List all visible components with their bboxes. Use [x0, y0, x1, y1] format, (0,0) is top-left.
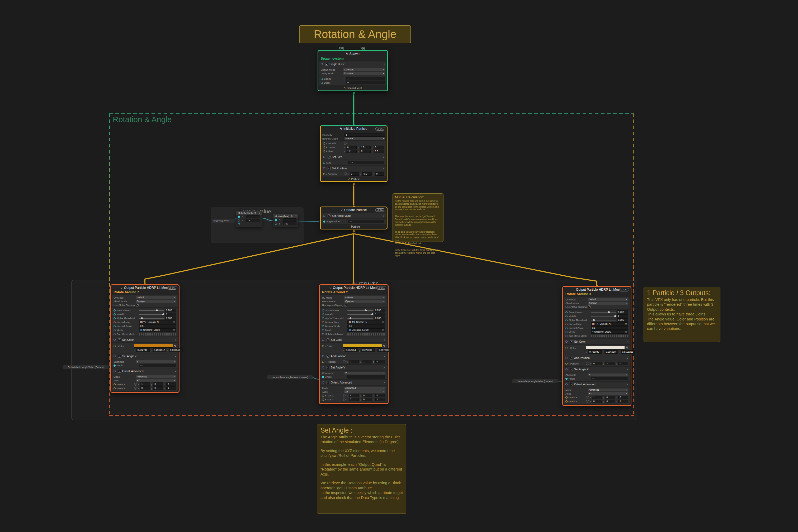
output-node-rotate-y[interactable]: ∵ Output Particle HDRP Lit Mesh LOCAL Ro…: [319, 284, 388, 404]
object-picker-icon[interactable]: ◎: [625, 330, 627, 334]
angle-port[interactable]: [322, 376, 324, 378]
channels-dropdown[interactable]: Z▾: [136, 360, 176, 363]
foldout-icon[interactable]: ▸: [326, 173, 327, 175]
set-angle-checkbox[interactable]: ✓: [118, 355, 121, 358]
alpha-clip-checkbox[interactable]: ✓: [136, 304, 139, 306]
color-port[interactable]: [113, 345, 115, 347]
eyedropper-icon[interactable]: ✎: [383, 344, 385, 348]
axes-dropdown[interactable]: XY▾: [587, 392, 628, 395]
axis-y-z[interactable]: 1: [375, 398, 386, 401]
multiply-a-port[interactable]: [238, 216, 240, 218]
mesh-port[interactable]: [322, 329, 324, 331]
foldout-icon[interactable]: ▸: [325, 361, 326, 363]
chevron-down-icon[interactable]: ∨: [295, 215, 297, 217]
size-port[interactable]: [323, 150, 325, 152]
vfx-graph-canvas[interactable]: OUTPUTS Rotation & Angle Angle Value:: [0, 0, 798, 532]
color-swatch[interactable]: [586, 346, 625, 349]
position-z-input[interactable]: 0: [375, 360, 386, 363]
output-node-rotate-z[interactable]: ∵ Output Particle HDRP Lit Mesh LOCAL Ro…: [110, 284, 180, 393]
uv-mode-dropdown[interactable]: Default▾: [587, 298, 628, 301]
size-y-input[interactable]: 3: [360, 150, 370, 153]
count-input[interactable]: 1: [346, 77, 385, 80]
sub-mesh-mask-port[interactable]: [322, 333, 324, 335]
alpha-clip-checkbox[interactable]: ✓: [587, 305, 591, 308]
color-y-input[interactable]: 0.274096: [361, 348, 375, 352]
color-port[interactable]: [565, 347, 567, 349]
chevron-down-icon[interactable]: ∨: [627, 341, 628, 343]
block-enable-port[interactable]: [322, 366, 324, 368]
object-picker-icon[interactable]: ◎: [173, 329, 175, 331]
smoothness-port[interactable]: [113, 309, 115, 311]
set-color-block-header[interactable]: ✓ Set Color ∨: [564, 339, 630, 344]
axis-x-port[interactable]: [322, 395, 324, 397]
axis-y-y[interactable]: 0: [362, 398, 372, 401]
gear-icon[interactable]: ⚙: [254, 212, 256, 214]
block-enable-port[interactable]: [113, 355, 115, 357]
color-y-input[interactable]: 0.686058: [604, 350, 618, 354]
chevron-down-icon[interactable]: ∨: [627, 383, 628, 386]
eyedropper-icon[interactable]: ✎: [174, 344, 176, 348]
smoothness-input[interactable]: 0.705: [374, 309, 385, 312]
spawn-mode-dropdown[interactable]: Constant▾: [343, 68, 385, 71]
axis-y-port[interactable]: [113, 387, 115, 389]
foldout-icon[interactable]: ▸: [325, 345, 326, 347]
axis-x-z[interactable]: 0: [375, 394, 386, 397]
foldout-icon[interactable]: ▸: [326, 150, 327, 152]
normal-scale-port[interactable]: [113, 325, 115, 327]
blend-mode-dropdown[interactable]: Opaque▾: [344, 300, 385, 303]
orient-block-header[interactable]: ✓ Orient: Advanced ∨: [564, 382, 630, 387]
orient-checkbox[interactable]: ✓: [570, 383, 573, 386]
orient-block-header[interactable]: ✓ Orient: Advanced ∨: [112, 368, 178, 374]
axis-x-z[interactable]: 0: [166, 382, 176, 386]
color-x-input[interactable]: 0.735849: [588, 350, 602, 354]
sub-mesh-mask-field[interactable]: [139, 333, 176, 336]
set-angle-checkbox[interactable]: ✓: [327, 366, 329, 369]
axis-x-y[interactable]: 0: [153, 382, 163, 386]
foldout-open-icon[interactable]: ▾: [326, 142, 327, 145]
eyedropper-icon[interactable]: ✎: [626, 346, 628, 349]
axis-y-x[interactable]: 0: [592, 400, 602, 403]
block-enable-port[interactable]: [565, 383, 567, 385]
chevron-down-icon[interactable]: ∨: [175, 339, 176, 341]
alpha-threshold-slider[interactable]: [347, 318, 373, 319]
foldout-icon[interactable]: ▸: [117, 387, 118, 389]
axis-y-y[interactable]: 0: [153, 386, 163, 390]
chevron-down-icon[interactable]: ∨: [383, 167, 384, 170]
color-swatch[interactable]: [343, 344, 382, 348]
position-x-input[interactable]: 0: [592, 362, 602, 365]
set-size-checkbox[interactable]: ✓: [328, 156, 330, 158]
metallic-slider[interactable]: [347, 314, 373, 315]
axis-y-x[interactable]: 0: [349, 398, 359, 401]
foldout-icon[interactable]: ▸: [325, 399, 326, 401]
smoothness-slider[interactable]: [591, 312, 616, 312]
alpha-threshold-port[interactable]: [565, 319, 567, 321]
axis-x-x[interactable]: 1: [140, 382, 150, 386]
axis-x-z[interactable]: 0: [618, 396, 628, 399]
orient-checkbox[interactable]: ✓: [327, 381, 329, 384]
position-z-input[interactable]: 0: [618, 362, 628, 365]
local-space-icon[interactable]: L: [586, 400, 589, 403]
note-one-particle[interactable]: 1 Particle / 3 Outputs: This VFX only ha…: [643, 287, 720, 342]
bounds-port[interactable]: [323, 142, 325, 145]
axes-dropdown[interactable]: XY▾: [344, 391, 385, 393]
blend-mode-dropdown[interactable]: Opaque▾: [136, 300, 176, 303]
object-picker-icon[interactable]: ◎: [173, 321, 175, 324]
add-position-checkbox[interactable]: ✓: [570, 357, 573, 360]
metallic-port[interactable]: [565, 315, 567, 317]
foldout-icon[interactable]: ▸: [568, 396, 570, 399]
position-x-input[interactable]: 0: [350, 172, 359, 176]
axis-x-port[interactable]: [565, 396, 567, 399]
chevron-down-icon[interactable]: ∨: [627, 368, 628, 370]
foldout-icon[interactable]: ▸: [325, 395, 326, 397]
block-enable-port[interactable]: [565, 368, 567, 370]
modulo-a-port[interactable]: [275, 219, 277, 221]
normal-scale-input[interactable]: 0.5: [347, 324, 385, 328]
mode-dropdown[interactable]: Advanced▾: [587, 388, 628, 392]
axis-y-x[interactable]: 0: [140, 386, 150, 390]
update-particle-node[interactable]: ∵ Update Particle LOCAL ✓ Set Angle Valu…: [320, 207, 387, 229]
set-angle-block-header[interactable]: ✓ Set Angle.Y ∨: [321, 365, 387, 370]
position-y-input[interactable]: 1: [362, 360, 372, 363]
position-x-input[interactable]: 0: [349, 360, 359, 363]
delay-input[interactable]: 0: [346, 81, 385, 84]
sub-mesh-mask-field[interactable]: [347, 333, 385, 336]
